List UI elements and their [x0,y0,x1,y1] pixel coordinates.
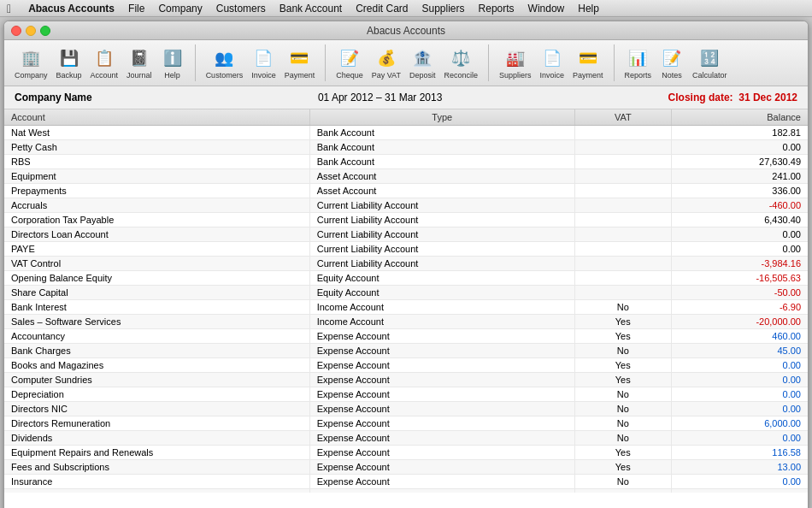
toolbar-payment-cust-button[interactable]: 💳 Payment [281,44,319,81]
toolbar-payvat-button[interactable]: 💰 Pay VAT [368,44,404,81]
accounts-table-wrapper[interactable]: Account Type VAT Balance Nat WestBank Ac… [4,109,808,493]
table-row[interactable]: Petty CashBank Account0.00 [4,140,808,155]
toolbar-account-button[interactable]: 📋 Account [87,44,122,81]
closing-label: Closing date: [668,92,733,103]
cell-balance: 0.00 [671,402,808,416]
cell-vat [574,140,671,155]
cell-balance: 300.00 [671,489,808,493]
table-row[interactable]: Bank ChargesExpense AccountNo45.00 [4,344,808,358]
table-row[interactable]: AccrualsCurrent Liability Account-460.00 [4,198,808,213]
apple-menu[interactable]:  [7,2,11,15]
table-row[interactable]: Equipment Repairs and RenewalsExpense Ac… [4,446,808,460]
table-row[interactable]: RBSBank Account27,630.49 [4,155,808,169]
cell-type: Expense Account [309,358,574,373]
menu-help[interactable]: Help [571,0,606,17]
table-row[interactable]: Nat WestBank Account182.81 [4,126,808,140]
cell-type: Current Liability Account [309,198,574,213]
table-row[interactable]: EquipmentAsset Account241.00 [4,169,808,184]
cell-type: Expense Account [309,387,574,402]
toolbar-company-button[interactable]: 🏢 Company [11,44,51,81]
table-row[interactable]: Share CapitalEquity Account-50.00 [4,286,808,300]
cell-balance: -460.00 [671,198,808,213]
table-row[interactable]: Fees and SubscriptionsExpense AccountYes… [4,460,808,475]
cell-balance: -20,000.00 [671,315,808,329]
toolbar-notes-button[interactable]: 📝 Notes [656,44,687,81]
menu-window[interactable]: Window [521,0,572,17]
toolbar-payment-supp-button[interactable]: 💳 Payment [569,44,607,81]
cell-type: Expense Account [309,460,574,475]
menu-file[interactable]: File [121,0,151,17]
cell-account: PAYE [4,242,309,257]
table-row[interactable]: Directors Loan AccountCurrent Liability … [4,227,808,242]
cell-balance: 27,630.49 [671,155,808,169]
toolbar-reports-button[interactable]: 📊 Reports [621,44,656,81]
toolbar-calculator-button[interactable]: 🔢 Calculator [689,44,731,81]
table-row[interactable]: Computer SundriesExpense AccountYes0.00 [4,373,808,387]
table-row[interactable]: Miscellaneous ExpensesExpense AccountYes… [4,489,808,493]
help-label: Help [164,71,180,80]
toolbar-help-button[interactable]: ℹ️ Help [157,44,188,81]
close-button[interactable] [11,26,21,36]
cell-vat: Yes [574,446,671,460]
toolbar-cheque-button[interactable]: 📝 Cheque [332,44,367,81]
maximize-button[interactable] [40,26,50,36]
cell-account: Sales – Software Services [4,315,309,329]
reports-label: Reports [625,71,652,80]
table-row[interactable]: DividendsExpense AccountNo0.00 [4,431,808,446]
toolbar-customers-button[interactable]: 👥 Customers [203,44,247,81]
col-header-vat: VAT [574,109,671,126]
calculator-label: Calculator [692,71,727,80]
cell-vat [574,213,671,227]
menu-bank-account[interactable]: Bank Account [273,0,349,17]
cell-account: Share Capital [4,286,309,300]
table-row[interactable]: AccountancyExpense AccountYes460.00 [4,329,808,344]
cell-type: Current Liability Account [309,257,574,271]
table-row[interactable]: VAT ControlCurrent Liability Account-3,9… [4,257,808,271]
table-row[interactable]: PAYECurrent Liability Account0.00 [4,242,808,257]
cell-account: Directors Remuneration [4,416,309,431]
cell-type: Expense Account [309,446,574,460]
col-header-account: Account [4,109,309,126]
toolbar-deposit-button[interactable]: 🏦 Deposit [406,44,439,81]
toolbar-suppliers-button[interactable]: 🏭 Suppliers [496,44,535,81]
cell-type: Bank Account [309,126,574,140]
toolbar-invoice-supp-button[interactable]: 📄 Invoice [537,44,568,81]
table-row[interactable]: Corporation Tax PayableCurrent Liability… [4,213,808,227]
invoice-cust-label: Invoice [251,71,276,80]
table-row[interactable]: InsuranceExpense AccountNo0.00 [4,475,808,489]
toolbar-backup-button[interactable]: 💾 Backup [53,44,85,81]
cell-vat [574,242,671,257]
cell-balance: 0.00 [671,242,808,257]
table-row[interactable]: Directors NICExpense AccountNo0.00 [4,402,808,416]
cell-type: Expense Account [309,402,574,416]
toolbar-journal-button[interactable]: 📓 Journal [123,44,156,81]
toolbar: 🏢 Company 💾 Backup 📋 Account 📓 Journal ℹ… [4,40,808,86]
menu-customers[interactable]: Customers [209,0,273,17]
table-row[interactable]: Books and MagazinesExpense AccountYes0.0… [4,358,808,373]
company-label: Company [15,71,48,80]
cell-vat [574,257,671,271]
reconcile-label: Reconcile [444,71,478,80]
deposit-label: Deposit [409,71,436,80]
table-row[interactable]: Directors RemunerationExpense AccountNo6… [4,416,808,431]
menu-reports[interactable]: Reports [472,0,521,17]
table-row[interactable]: DepreciationExpense AccountNo0.00 [4,387,808,402]
table-row[interactable]: Opening Balance EquityEquity Account-16,… [4,271,808,286]
payment-supp-icon: 💳 [576,46,600,70]
cell-account: Insurance [4,475,309,489]
menu-company[interactable]: Company [151,0,209,17]
minimize-button[interactable] [26,26,36,36]
closing-date-label: Closing date: 31 Dec 2012 [668,92,797,103]
table-row[interactable]: Sales – Software ServicesIncome AccountY… [4,315,808,329]
title-bar: Abacus Accounts [4,21,808,40]
table-row[interactable]: PrepaymentsAsset Account336.00 [4,184,808,198]
toolbar-invoice-cust-button[interactable]: 📄 Invoice [248,44,279,81]
menu-app-name[interactable]: Abacus Accounts [21,0,121,17]
menu-suppliers[interactable]: Suppliers [415,0,472,17]
menu-credit-card[interactable]: Credit Card [349,0,415,17]
table-header-row: Account Type VAT Balance [4,109,808,126]
cell-balance: 116.58 [671,446,808,460]
cell-balance: 0.00 [671,431,808,446]
toolbar-reconcile-button[interactable]: ⚖️ Reconcile [440,44,481,81]
table-row[interactable]: Bank InterestIncome AccountNo-6.90 [4,300,808,315]
